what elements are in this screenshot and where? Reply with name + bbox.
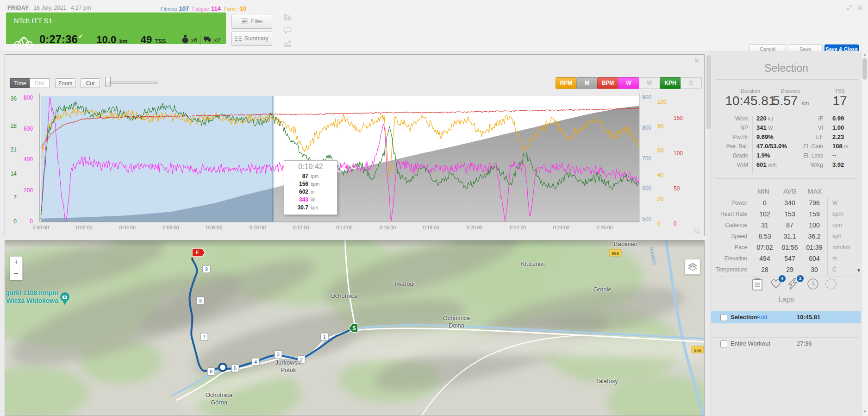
map-panel[interactable]: 987654321SFBabiniecKlucznikiGronieTwarog… (5, 240, 705, 416)
collapse-icon[interactable] (846, 4, 853, 13)
map-km-marker-4[interactable]: 4 (252, 358, 259, 366)
scrollbar-thumb[interactable] (706, 55, 711, 129)
x-axis-tick: 0:26:00 (597, 225, 613, 230)
svg-text:3: 3 (277, 352, 280, 357)
x-axis-tick: 0:04:00 (119, 225, 136, 230)
stat-row: Pwr. Bal.47.0/53.0%El. Gain108 m (711, 142, 862, 151)
scroll-down-caret[interactable]: ▼ (856, 268, 861, 273)
chart-plot[interactable]: 3628211470800600400200090080070060050010… (5, 55, 704, 236)
summary-button[interactable]: Summary (231, 31, 272, 46)
axis-tick-rpm: 0 (657, 221, 661, 227)
axis-tick-bpm: 50 (674, 185, 680, 192)
axis-tick-M: 900 (642, 94, 651, 101)
axis-tick-rpm: 80 (657, 123, 664, 130)
divider (715, 277, 858, 277)
stat-row: Pw:Hr9.69%EF2.23 (711, 132, 862, 142)
x-axis-tick: 0:20:00 (466, 225, 482, 230)
heart-icon[interactable]: 4 (770, 278, 782, 291)
svg-text:S: S (352, 325, 356, 331)
scrollbar-thumb[interactable] (862, 58, 867, 80)
map-km-marker-3[interactable]: 3 (275, 351, 282, 358)
lap-checkbox[interactable] (720, 314, 727, 321)
tooltip-row: 156bpm (287, 180, 334, 188)
fitness-value: 107 (179, 5, 189, 12)
form-value: -10 (238, 5, 247, 12)
chart-resize-handle[interactable] (694, 228, 699, 233)
map-km-marker-8[interactable]: 8 (197, 297, 204, 304)
avg-header: AVG (783, 188, 797, 195)
x-axis-tick: 0:00:00 (32, 225, 49, 230)
axis-tick-rpm: 40 (657, 172, 664, 178)
map-km-marker-9[interactable]: 9 (203, 265, 210, 273)
lap-add-link[interactable]: Add (756, 311, 767, 323)
map-km-marker-6[interactable]: 6 (207, 368, 215, 375)
minmax-row-elevation: Elevation494547604m (711, 253, 862, 264)
stat-row: NP341 WVI1.00 (711, 123, 862, 132)
tooltip-row: 602m (287, 188, 334, 196)
map-km-marker-1[interactable]: 1 (321, 333, 328, 340)
svg-text:6: 6 (210, 369, 212, 374)
minmax-row-cadence: Cadence3187100rpm (711, 220, 862, 231)
x-axis-tick: 0:12:00 (293, 225, 309, 230)
scroll-up-arrow[interactable]: ▲ (863, 52, 867, 57)
x-axis-tick: 0:22:00 (510, 225, 526, 230)
files-button[interactable]: Files (231, 14, 272, 29)
trend-icon[interactable] (283, 39, 292, 47)
lap-row-selection[interactable]: Selection Add 10:45.81 (711, 311, 862, 323)
distance-unit: km (119, 38, 127, 44)
map-canvas[interactable]: 987654321SFBabiniecKlucznikiGronieTwarog… (5, 240, 704, 416)
map-zoom-out-button[interactable]: − (10, 268, 22, 279)
workout-kpis: 0:27:36✓ 10.0 km 49 TSS (39, 33, 166, 46)
scroll-down-arrow[interactable]: ▼ (863, 410, 867, 414)
bike-icon (14, 36, 33, 50)
axis-tick-W: 600 (24, 126, 33, 132)
map-zoom-in-button[interactable]: + (10, 257, 22, 268)
svg-text:9: 9 (205, 267, 208, 272)
layers-icon (688, 263, 697, 271)
clock-icon[interactable] (807, 278, 819, 291)
dashed-circle-icon[interactable] (825, 278, 837, 291)
svg-text:4: 4 (254, 359, 257, 365)
close-icon[interactable]: ✕ (857, 3, 863, 13)
lightning-icon[interactable]: 2 (788, 278, 800, 291)
date-label: 16 July, 2021 (34, 5, 67, 11)
map-km-marker-7[interactable]: 7 (200, 333, 208, 340)
stat-row: Work220 kJIF0.99 (711, 114, 862, 123)
map-label: Górna (211, 399, 228, 406)
x-axis-tick: 0:10:00 (250, 225, 266, 230)
tooltip-row: 30.7kph (287, 204, 334, 212)
x-axis-tick: 0:08:00 (206, 225, 222, 230)
svg-text:969: 969 (694, 347, 701, 353)
axis-tick-kph: 36 (11, 95, 17, 102)
axis-tick-rpm: 60 (657, 147, 664, 154)
divider (715, 178, 858, 179)
lap-row-entire-workout[interactable]: Entire Workout 27:36 (711, 337, 862, 350)
summary-icon (235, 36, 242, 41)
axis-tick-kph: 7 (13, 194, 17, 201)
map-layers-button[interactable] (685, 259, 700, 275)
day-label: FRIDAY (7, 5, 29, 11)
map-position-marker (219, 364, 226, 371)
time-label: 4:27 pm (71, 5, 91, 11)
minmax-row-heart-rate: Heart Rate102153159bpm (711, 208, 862, 220)
selection-sidebar: Selection Duration Distance TSS 10:45.81… (711, 51, 862, 416)
axis-tick-bpm: 0 (674, 221, 677, 227)
x-axis-tick: 0:18:00 (423, 225, 439, 230)
minmax-row-temperature: Temperature282930C (711, 264, 862, 275)
axis-tick-bpm: 100 (674, 150, 683, 157)
comment-icon[interactable] (283, 26, 292, 34)
workout-banner[interactable]: NTch ITT S1 0:27:36✓ 10.0 km 49 TSS x6 x… (6, 13, 226, 44)
charts-icon[interactable] (283, 13, 292, 21)
divider (200, 35, 200, 45)
map-road-badge: 969 (609, 249, 621, 256)
tooltip-row: 87rpm (287, 172, 334, 180)
x-axis-tick: 0:14:00 (336, 225, 352, 230)
axis-tick-W: 0 (30, 218, 33, 225)
lap-checkbox[interactable] (720, 340, 727, 347)
chart-tooltip: 0:10:42 87rpm 156bpm 602m 343W 30.7kph (284, 160, 337, 215)
lap-name: Selection (731, 311, 757, 323)
sidebar-scrollbar[interactable]: ▲ ▼ (861, 51, 868, 416)
notes-icon[interactable] (752, 278, 764, 291)
map-km-marker-5[interactable]: 5 (231, 365, 239, 372)
main-scrollbar[interactable] (706, 54, 711, 416)
